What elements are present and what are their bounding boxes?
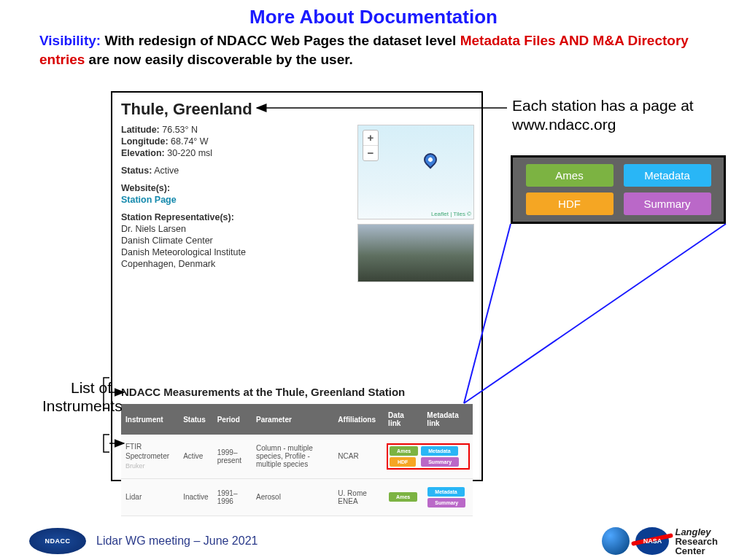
map-pin-icon xyxy=(421,150,439,168)
station-map[interactable]: + − Leaflet | Tiles © xyxy=(357,125,474,219)
ndacc-logo: NDACC xyxy=(29,528,86,554)
subtitle: Visibility: With redesign of NDACC Web P… xyxy=(0,28,747,69)
annotation-instruments: List of Instruments xyxy=(42,378,112,415)
zoom-callout: Ames Metadata HDF Summary xyxy=(511,155,726,224)
zoom-ames: Ames xyxy=(526,164,614,187)
station-page-screenshot: Thule, Greenland Latitude: 76.53° N Long… xyxy=(111,91,483,481)
station-page-link[interactable]: Station Page xyxy=(121,195,177,205)
metadata-link[interactable]: Metadata xyxy=(421,446,457,456)
noaa-logo xyxy=(602,527,630,555)
map-zoom-controls[interactable]: + − xyxy=(363,130,379,161)
footer-text: Lidar WG meeting – June 2021 xyxy=(96,534,258,548)
measurements-table: Instrument Status Period Parameter Affil… xyxy=(121,404,473,516)
zoom-hdf: HDF xyxy=(526,192,614,215)
summary-link[interactable]: Summary xyxy=(427,498,465,508)
subtitle-label: Visibility: xyxy=(39,33,101,48)
ames-link[interactable]: Ames xyxy=(389,492,417,502)
ames-link[interactable]: Ames xyxy=(390,446,418,456)
zoom-summary: Summary xyxy=(624,192,711,215)
link-highlight-box: AmesHDF MetadataSummary xyxy=(387,443,470,470)
station-photo xyxy=(357,224,474,282)
summary-link[interactable]: Summary xyxy=(421,457,459,467)
annotation-station: Each station has a page at www.ndacc.org xyxy=(512,96,724,135)
table-row: Lidar Inactive 1991–1996 Aerosol U. Rome… xyxy=(121,478,473,516)
map-credit: Leaflet | Tiles © xyxy=(431,211,471,217)
measurements-header: NDACC Measurements at the Thule, Greenla… xyxy=(121,386,473,398)
footer: NDACC Lidar WG meeting – June 2021 NASA … xyxy=(0,522,747,560)
table-row: FTIR SpectrometerBruker Active 1999–pres… xyxy=(121,435,473,478)
zoom-metadata: Metadata xyxy=(624,164,711,187)
page-title: More About Documentation xyxy=(0,0,747,28)
svg-line-3 xyxy=(464,224,726,403)
metadata-link[interactable]: Metadata xyxy=(427,487,464,497)
nasa-logo: NASA xyxy=(635,527,669,555)
station-name: Thule, Greenland xyxy=(121,100,473,119)
hdf-link[interactable]: HDF xyxy=(390,457,416,467)
zoom-out-button[interactable]: − xyxy=(363,146,378,160)
langley-logo: Langley Research Center xyxy=(675,527,718,556)
zoom-in-button[interactable]: + xyxy=(363,131,378,146)
